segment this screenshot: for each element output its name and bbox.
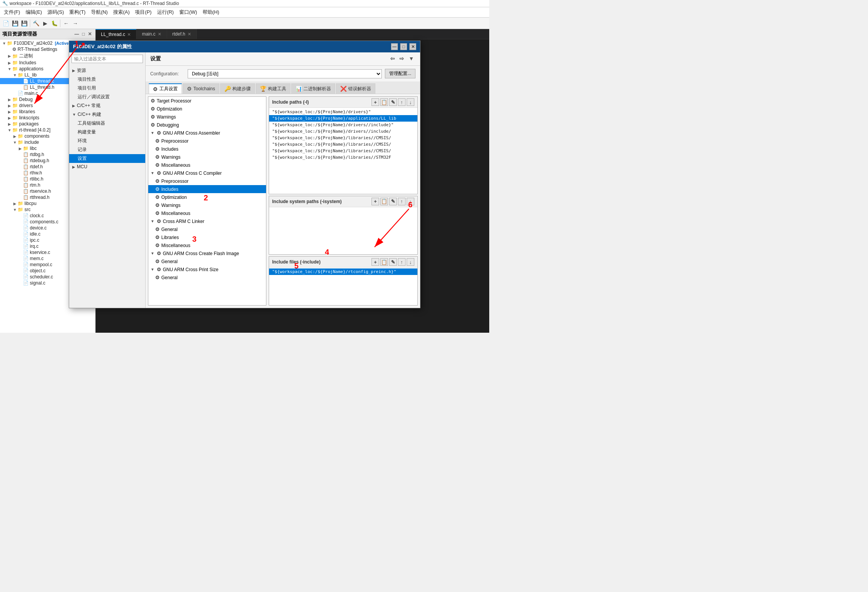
manage-config-btn[interactable]: 管理配置... bbox=[385, 69, 415, 78]
sidebar-item-mcu[interactable]: ▶ MCU bbox=[69, 163, 145, 171]
include-path-7[interactable]: "${workspace_loc:/${ProjName}/libraries/… bbox=[269, 154, 417, 161]
toolbar-new[interactable]: 📄 bbox=[2, 19, 10, 28]
toolbar-saveall[interactable]: 💾 bbox=[20, 19, 28, 28]
tool-cc-includes[interactable]: ⚙ Includes bbox=[148, 185, 266, 193]
menu-refactor[interactable]: 重构(T) bbox=[67, 8, 88, 16]
dialog-tab-binaryparser[interactable]: 📊 二进制解析器 bbox=[291, 83, 335, 94]
include-path-4[interactable]: "${workspace_loc:/${ProjName}/libraries/… bbox=[269, 135, 417, 141]
nav-down[interactable]: ▼ bbox=[407, 55, 415, 62]
files-add-btn[interactable]: + bbox=[372, 258, 379, 266]
dialog-tab-buildtools[interactable]: 🏆 构建工具 bbox=[256, 83, 290, 94]
sidebar-item-rundebug[interactable]: 运行／调试设置 bbox=[69, 93, 145, 101]
dialog-tab-toolchains[interactable]: ⚙ Toolchains bbox=[183, 83, 219, 94]
tool-linker-misc[interactable]: ⚙ Miscellaneous bbox=[148, 241, 266, 249]
include-path-1[interactable]: "${workspace_loc:/${ProjName}/applicatio… bbox=[269, 115, 417, 122]
menu-window[interactable]: 窗口(W) bbox=[177, 8, 200, 16]
sidebar-item-env[interactable]: 环境 bbox=[69, 137, 145, 145]
tool-asm-warnings[interactable]: ⚙ Warnings bbox=[148, 153, 266, 161]
tool-size-group[interactable]: ▼ ⚙ GNU ARM Cross Print Size bbox=[148, 265, 266, 273]
tool-linker-libraries[interactable]: ⚙ Libraries bbox=[148, 233, 266, 241]
tool-cc-group[interactable]: ▼ ⚙ GNU ARM Cross C Compiler bbox=[148, 169, 266, 177]
sidebar-item-resource[interactable]: ▶ 资源 bbox=[69, 66, 145, 75]
tab-ll-thread-close[interactable]: ✕ bbox=[127, 32, 131, 37]
sidebar-item-buildvars[interactable]: 构建变量 bbox=[69, 128, 145, 137]
tab-main-close[interactable]: ✕ bbox=[158, 32, 161, 37]
tool-asm-group[interactable]: ▼ ⚙ GNU ARM Cross Assembler bbox=[148, 129, 266, 137]
files-down-btn[interactable]: ↓ bbox=[407, 258, 414, 266]
menu-help[interactable]: 帮助(H) bbox=[200, 8, 222, 16]
include-path-0[interactable]: "${workspace_loc:/${ProjName}/drivers}" bbox=[269, 109, 417, 115]
tool-warnings[interactable]: ⚙ Warnings bbox=[148, 113, 266, 121]
sys-down-btn[interactable]: ↓ bbox=[407, 198, 414, 205]
panel-maximize[interactable]: □ bbox=[81, 31, 86, 37]
toolbar-back[interactable]: ← bbox=[62, 19, 70, 28]
nav-back[interactable]: ⇦ bbox=[389, 55, 396, 62]
filter-input[interactable] bbox=[71, 55, 143, 63]
tab-main[interactable]: main.c ✕ bbox=[136, 29, 167, 39]
sidebar-item-cppbuild[interactable]: ▼ C/C++ 构建 bbox=[69, 110, 145, 119]
dialog-tab-toolsettings[interactable]: ⚙ 工具设置 bbox=[149, 83, 182, 94]
tool-target-processor[interactable]: ⚙ Target Processor bbox=[148, 97, 266, 105]
include-path-5[interactable]: "${workspace_loc:/${ProjName}/libraries/… bbox=[269, 141, 417, 148]
toolbar-save[interactable]: 💾 bbox=[11, 19, 19, 28]
sidebar-item-settings[interactable]: 设置 bbox=[69, 154, 145, 163]
dialog-tab-errorparser[interactable]: ❌ 错误解析器 bbox=[336, 83, 375, 94]
panel-minimize[interactable]: — bbox=[73, 31, 80, 37]
config-select[interactable]: Debug [活动] bbox=[188, 69, 382, 78]
include-edit-btn[interactable]: ✎ bbox=[389, 98, 397, 106]
tool-cc-preprocessor[interactable]: ⚙ Preprocessor bbox=[148, 177, 266, 185]
menu-run[interactable]: 运行(R) bbox=[155, 8, 176, 16]
sidebar-item-cppgeneral[interactable]: ▶ C/C++ 常规 bbox=[69, 101, 145, 110]
tool-debugging[interactable]: ⚙ Debugging bbox=[148, 121, 266, 129]
menu-file[interactable]: 文件(F) bbox=[2, 8, 23, 16]
toolbar-forward[interactable]: → bbox=[71, 19, 79, 28]
tool-size-general[interactable]: ⚙ General bbox=[148, 273, 266, 281]
tool-flash-general[interactable]: ⚙ General bbox=[148, 257, 266, 265]
toolbar-debug[interactable]: 🐛 bbox=[50, 19, 58, 28]
include-up-btn[interactable]: ↑ bbox=[398, 98, 406, 106]
include-path-2[interactable]: "${workspace_loc:/${ProjName}/drivers//i… bbox=[269, 122, 417, 128]
tab-rtdef[interactable]: rtdef.h ✕ bbox=[167, 29, 197, 39]
tool-linker-general[interactable]: ⚙ General bbox=[148, 225, 266, 233]
sys-up-btn[interactable]: ↑ bbox=[398, 198, 406, 205]
include-file-0[interactable]: "${workspace_loc:/${ProjName}/rtconfig_p… bbox=[269, 268, 417, 275]
tab-ll-thread[interactable]: LL_thread.c ✕ bbox=[96, 29, 136, 39]
files-edit-btn[interactable]: ✎ bbox=[389, 258, 397, 266]
dialog-maximize[interactable]: □ bbox=[400, 43, 407, 50]
tool-asm-includes[interactable]: ⚙ Includes bbox=[148, 145, 266, 153]
tab-rtdef-close[interactable]: ✕ bbox=[188, 32, 191, 37]
tool-cc-warnings[interactable]: ⚙ Warnings bbox=[148, 201, 266, 209]
sys-edit-btn[interactable]: ✎ bbox=[389, 198, 397, 205]
tool-asm-misc[interactable]: ⚙ Miscellaneous bbox=[148, 161, 266, 169]
sidebar-item-toolchain[interactable]: 工具链编辑器 bbox=[69, 119, 145, 128]
tool-asm-preprocessor[interactable]: ⚙ Preprocessor bbox=[148, 137, 266, 145]
sidebar-item-logging[interactable]: 记录 bbox=[69, 145, 145, 154]
tool-cc-optimization[interactable]: ⚙ Optimization bbox=[148, 193, 266, 201]
include-path-3[interactable]: "${workspace_loc:/${ProjName}/drivers//i… bbox=[269, 128, 417, 135]
dialog-close[interactable]: ✕ bbox=[409, 43, 416, 50]
dialog-minimize[interactable]: — bbox=[391, 43, 398, 50]
tool-flash-group[interactable]: ▼ ⚙ GNU ARM Cross Create Flash Image bbox=[148, 249, 266, 257]
sys-copy-btn[interactable]: 📋 bbox=[380, 198, 388, 205]
files-copy-btn[interactable]: 📋 bbox=[380, 258, 388, 266]
include-path-6[interactable]: "${workspace_loc:/${ProjName}/libraries/… bbox=[269, 148, 417, 154]
sidebar-item-projref[interactable]: 项目引用 bbox=[69, 84, 145, 93]
tool-linker-group[interactable]: ▼ ⚙ Cross ARM C Linker bbox=[148, 217, 266, 225]
include-add-btn[interactable]: + bbox=[372, 98, 379, 106]
files-up-btn[interactable]: ↑ bbox=[398, 258, 406, 266]
menu-navigate[interactable]: 导航(N) bbox=[89, 8, 110, 16]
tool-cc-misc[interactable]: ⚙ Miscellaneous bbox=[148, 209, 266, 217]
sys-add-btn[interactable]: + bbox=[372, 198, 379, 205]
menu-search[interactable]: 搜索(A) bbox=[111, 8, 132, 16]
sidebar-item-projprop[interactable]: 项目性质 bbox=[69, 75, 145, 84]
menu-source[interactable]: 源码(S) bbox=[45, 8, 66, 16]
tool-optimization[interactable]: ⚙ Optimization bbox=[148, 105, 266, 113]
panel-close[interactable]: ✕ bbox=[87, 31, 93, 37]
toolbar-build[interactable]: 🔨 bbox=[32, 19, 40, 28]
menu-project[interactable]: 项目(P) bbox=[133, 8, 154, 16]
nav-forward-alt[interactable]: ⇨ bbox=[398, 55, 406, 62]
dialog-tab-buildsteps[interactable]: 🔑 构建步骤 bbox=[220, 83, 255, 94]
include-down-btn[interactable]: ↓ bbox=[407, 98, 414, 106]
include-copy-btn[interactable]: 📋 bbox=[380, 98, 388, 106]
toolbar-run[interactable]: ▶ bbox=[41, 19, 49, 28]
